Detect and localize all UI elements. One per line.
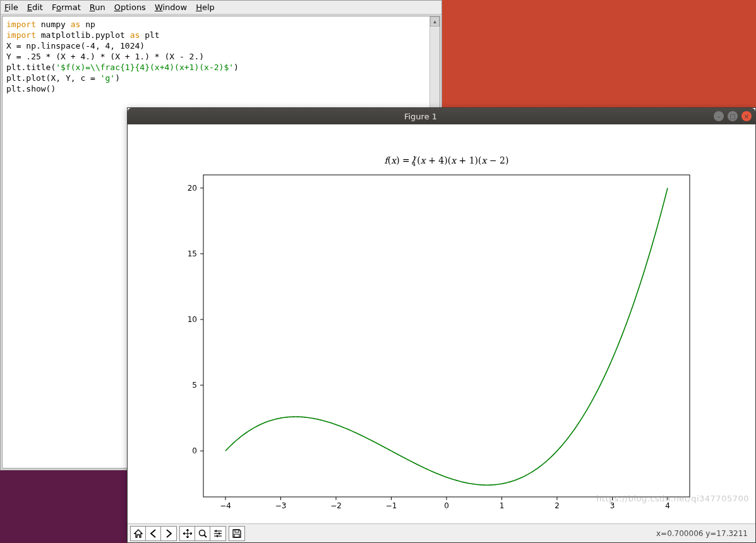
menu-file[interactable]: File [4, 3, 18, 12]
figure-title: Figure 1 [131, 112, 710, 121]
minimize-icon[interactable]: – [714, 111, 724, 121]
svg-rect-35 [215, 530, 217, 532]
zoom-icon [198, 528, 208, 539]
svg-text:2: 2 [555, 501, 560, 510]
svg-text:−3: −3 [275, 501, 287, 510]
svg-text:0: 0 [192, 446, 197, 455]
menu-format[interactable]: Format [52, 3, 81, 12]
arrow-right-icon [164, 528, 174, 539]
scroll-up-icon[interactable]: ▴ [430, 16, 440, 27]
pan-button[interactable] [180, 527, 195, 540]
arrow-left-icon [148, 528, 159, 539]
svg-text:1: 1 [500, 501, 505, 510]
sliders-icon [213, 528, 223, 539]
maximize-icon[interactable]: □ [728, 111, 738, 121]
svg-text:5: 5 [192, 381, 197, 390]
forward-button[interactable] [161, 527, 176, 540]
cursor-coords: x=0.700006 y=17.3211 [656, 529, 753, 538]
menu-edit[interactable]: Edit [27, 3, 43, 12]
svg-text:0: 0 [444, 501, 449, 510]
editor-menubar: File Edit Format Run Options Window Help [1, 1, 441, 15]
svg-rect-0 [203, 175, 690, 497]
plot-canvas[interactable]: f(x) = 1⁄4(x + 4)(x + 1)(x − 2)−4−3−2−10… [128, 124, 755, 523]
save-button[interactable] [229, 527, 244, 540]
svg-point-30 [199, 530, 205, 535]
menu-help[interactable]: Help [196, 3, 215, 12]
home-button[interactable] [131, 527, 146, 540]
close-icon[interactable]: × [741, 111, 752, 121]
menu-options[interactable]: Options [114, 3, 146, 12]
figure-window: Figure 1 – □ × f(x) = 1⁄4(x + 4)(x + 1)(… [127, 107, 756, 543]
svg-text:f(x) = 1⁄4(x + 4)(x + 1)(x − 2: f(x) = 1⁄4(x + 4)(x + 1)(x − 2) [385, 155, 509, 167]
figure-titlebar[interactable]: Figure 1 – □ × [128, 108, 755, 124]
desktop-background-right [442, 0, 756, 107]
home-icon [133, 528, 143, 539]
svg-text:−1: −1 [386, 501, 397, 510]
menu-window[interactable]: Window [155, 3, 187, 12]
zoom-button[interactable] [195, 527, 210, 540]
svg-text:−2: −2 [330, 501, 342, 510]
svg-rect-37 [217, 535, 218, 537]
svg-text:10: 10 [188, 315, 197, 324]
svg-text:15: 15 [188, 249, 197, 258]
save-icon [232, 528, 242, 539]
svg-text:−4: −4 [220, 501, 231, 510]
watermark-text: https://blog.csdn.net/qi347705700 [596, 494, 749, 503]
svg-line-31 [204, 535, 207, 537]
back-button[interactable] [146, 527, 161, 540]
svg-text:20: 20 [188, 184, 197, 193]
figure-toolbar: x=0.700006 y=17.3211 [128, 523, 755, 542]
configure-button[interactable] [210, 527, 225, 540]
menu-run[interactable]: Run [90, 3, 105, 12]
svg-rect-39 [234, 534, 239, 537]
plot-area: f(x) = 1⁄4(x + 4)(x + 1)(x − 2)−4−3−2−10… [128, 124, 755, 523]
move-icon [183, 528, 193, 539]
svg-rect-36 [219, 532, 220, 534]
